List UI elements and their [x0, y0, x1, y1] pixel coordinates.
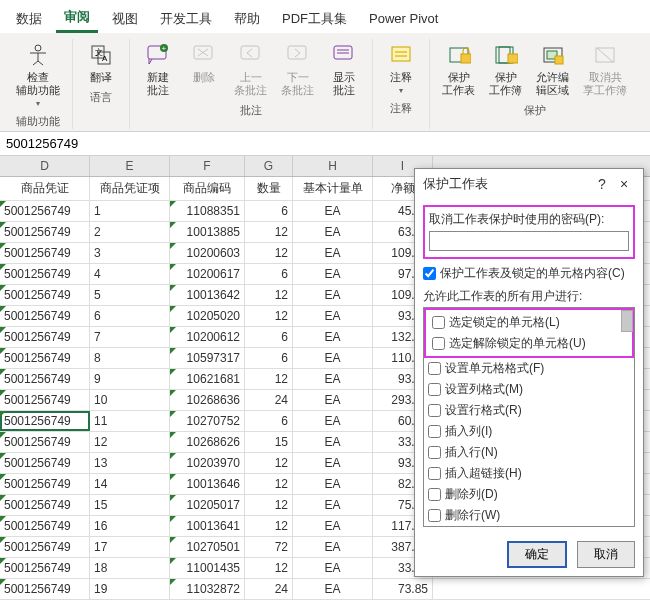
prev-comment-button[interactable]: 上一 条批注	[230, 39, 271, 99]
password-input[interactable]	[429, 231, 629, 251]
cell[interactable]: 5001256749	[0, 516, 90, 536]
tab-PDF工具集[interactable]: PDF工具集	[274, 6, 355, 32]
cell[interactable]: EA	[293, 285, 373, 305]
cell[interactable]: 18	[90, 558, 170, 578]
cell[interactable]: 72	[245, 537, 293, 557]
col-head-E[interactable]: E	[90, 156, 170, 176]
cell[interactable]: EA	[293, 558, 373, 578]
permission-checkbox[interactable]	[428, 446, 441, 459]
cell[interactable]: 16	[90, 516, 170, 536]
tab-Power Pivot[interactable]: Power Pivot	[361, 7, 446, 30]
cell[interactable]: EA	[293, 369, 373, 389]
unshare-workbook-button[interactable]: 取消共 享工作簿	[579, 39, 631, 99]
cell[interactable]: 5001256749	[0, 264, 90, 284]
cell[interactable]: EA	[293, 348, 373, 368]
cell[interactable]: 12	[90, 432, 170, 452]
permission-checkbox[interactable]	[428, 509, 441, 522]
cell[interactable]: 5001256749	[0, 222, 90, 242]
cell[interactable]: 10205017	[170, 495, 245, 515]
permission-item[interactable]: 选定锁定的单元格(L)	[428, 312, 630, 333]
cell[interactable]: 5001256749	[0, 285, 90, 305]
cell[interactable]: 6	[245, 201, 293, 221]
cell[interactable]: 10013885	[170, 222, 245, 242]
cell[interactable]: 10	[90, 390, 170, 410]
col-head-H[interactable]: H	[293, 156, 373, 176]
formula-input[interactable]	[6, 136, 644, 151]
cell[interactable]: 5001256749	[0, 369, 90, 389]
cell[interactable]: 10200617	[170, 264, 245, 284]
cell[interactable]: 10268626	[170, 432, 245, 452]
cell[interactable]: 10270501	[170, 537, 245, 557]
cell[interactable]: EA	[293, 390, 373, 410]
cell[interactable]: 5001256749	[0, 327, 90, 347]
cell[interactable]: EA	[293, 264, 373, 284]
cell[interactable]: 11088351	[170, 201, 245, 221]
cell[interactable]: 5	[90, 285, 170, 305]
cell[interactable]: 6	[245, 411, 293, 431]
cell[interactable]: 5001256749	[0, 348, 90, 368]
cell[interactable]: EA	[293, 432, 373, 452]
scrollbar-thumb[interactable]	[621, 310, 633, 332]
cell[interactable]: 10013642	[170, 285, 245, 305]
header-cell[interactable]: 商品凭证项	[90, 177, 170, 200]
cell[interactable]: 10203970	[170, 453, 245, 473]
next-comment-button[interactable]: 下一 条批注	[277, 39, 318, 99]
cell[interactable]: 5001256749	[0, 306, 90, 326]
cell[interactable]: 12	[245, 369, 293, 389]
cell[interactable]: 14	[90, 474, 170, 494]
allow-edit-ranges-button[interactable]: 允许编 辑区域	[532, 39, 573, 99]
cell[interactable]: 12	[245, 453, 293, 473]
cell[interactable]: 11032872	[170, 579, 245, 599]
permission-checkbox[interactable]	[428, 488, 441, 501]
protect-contents-checkbox[interactable]	[423, 267, 436, 280]
delete-comment-button[interactable]: 删除	[184, 39, 224, 86]
col-head-G[interactable]: G	[245, 156, 293, 176]
cell[interactable]: 12	[245, 516, 293, 536]
cell[interactable]: 5001256749	[0, 579, 90, 599]
cell[interactable]: 5001256749	[0, 411, 90, 431]
permission-checkbox[interactable]	[428, 362, 441, 375]
cell[interactable]: EA	[293, 579, 373, 599]
cell[interactable]: 10200603	[170, 243, 245, 263]
cell[interactable]: 10268636	[170, 390, 245, 410]
cell[interactable]: 9	[90, 369, 170, 389]
cell[interactable]: 5001256749	[0, 390, 90, 410]
cell[interactable]: 19	[90, 579, 170, 599]
permission-item[interactable]: 插入行(N)	[424, 442, 634, 463]
header-cell[interactable]: 商品凭证	[0, 177, 90, 200]
cell[interactable]: 12	[245, 474, 293, 494]
translate-button[interactable]: 文A 翻译	[81, 39, 121, 86]
permission-checkbox[interactable]	[432, 337, 445, 350]
cell[interactable]: 5001256749	[0, 474, 90, 494]
cell[interactable]: 10621681	[170, 369, 245, 389]
permission-item[interactable]: 设置单元格格式(F)	[424, 358, 634, 379]
cell[interactable]: 12	[245, 558, 293, 578]
permission-item[interactable]: 设置列格式(M)	[424, 379, 634, 400]
permission-item[interactable]: 插入列(I)	[424, 421, 634, 442]
cell[interactable]: 6	[245, 348, 293, 368]
permission-item[interactable]: 选定解除锁定的单元格(U)	[428, 333, 630, 354]
cell[interactable]: 15	[90, 495, 170, 515]
cell[interactable]: 7	[90, 327, 170, 347]
ok-button[interactable]: 确定	[507, 541, 567, 568]
cell[interactable]: 1	[90, 201, 170, 221]
cancel-button[interactable]: 取消	[577, 541, 635, 568]
cell[interactable]: 10597317	[170, 348, 245, 368]
cell[interactable]: 4	[90, 264, 170, 284]
cell[interactable]: 12	[245, 495, 293, 515]
cell[interactable]: EA	[293, 474, 373, 494]
permission-item[interactable]: 插入超链接(H)	[424, 463, 634, 484]
check-accessibility-button[interactable]: 检查 辅助功能 ▾	[12, 39, 64, 110]
cell[interactable]: 10013641	[170, 516, 245, 536]
cell[interactable]: 24	[245, 390, 293, 410]
cell[interactable]: EA	[293, 537, 373, 557]
close-button[interactable]: ×	[613, 176, 635, 192]
cell[interactable]: 15	[245, 432, 293, 452]
cell[interactable]: 5001256749	[0, 558, 90, 578]
cell[interactable]: 6	[90, 306, 170, 326]
cell[interactable]: 5001256749	[0, 495, 90, 515]
cell[interactable]: 73.85	[373, 579, 433, 599]
permission-checkbox[interactable]	[428, 404, 441, 417]
cell[interactable]: 6	[245, 327, 293, 347]
cell[interactable]: 13	[90, 453, 170, 473]
